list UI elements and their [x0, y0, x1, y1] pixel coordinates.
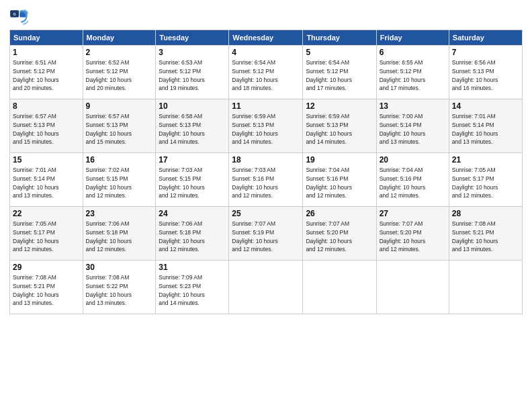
calendar-week-2: 8Sunrise: 6:57 AM Sunset: 5:13 PM Daylig… — [10, 99, 523, 153]
calendar-cell: 16Sunrise: 7:02 AM Sunset: 5:15 PM Dayli… — [83, 153, 156, 207]
day-info: Sunrise: 6:54 AM Sunset: 5:12 PM Dayligh… — [232, 58, 300, 93]
calendar-cell: 14Sunrise: 7:01 AM Sunset: 5:14 PM Dayli… — [449, 99, 522, 153]
calendar-cell: 30Sunrise: 7:08 AM Sunset: 5:22 PM Dayli… — [83, 261, 156, 314]
day-info: Sunrise: 7:01 AM Sunset: 5:14 PM Dayligh… — [13, 166, 80, 200]
calendar-cell: 3Sunrise: 6:53 AM Sunset: 5:12 PM Daylig… — [156, 46, 229, 99]
day-info: Sunrise: 7:08 AM Sunset: 5:21 PM Dayligh… — [13, 273, 80, 308]
day-info: Sunrise: 7:05 AM Sunset: 5:17 PM Dayligh… — [452, 166, 519, 200]
calendar-header-row: SundayMondayTuesdayWednesdayThursdayFrid… — [10, 30, 523, 46]
day-info: Sunrise: 7:07 AM Sunset: 5:20 PM Dayligh… — [306, 220, 373, 254]
calendar-cell: 18Sunrise: 7:03 AM Sunset: 5:16 PM Dayli… — [229, 153, 303, 207]
day-number: 13 — [380, 101, 446, 111]
calendar-cell — [303, 261, 376, 314]
day-number: 6 — [380, 48, 446, 57]
day-number: 27 — [380, 209, 446, 218]
calendar-cell: 7Sunrise: 6:56 AM Sunset: 5:13 PM Daylig… — [449, 46, 522, 99]
day-info: Sunrise: 7:08 AM Sunset: 5:21 PM Dayligh… — [452, 220, 519, 254]
day-info: Sunrise: 7:06 AM Sunset: 5:18 PM Dayligh… — [159, 220, 226, 254]
weekday-header-friday: Friday — [376, 30, 449, 46]
calendar-cell: 28Sunrise: 7:08 AM Sunset: 5:21 PM Dayli… — [449, 207, 522, 261]
day-info: Sunrise: 7:04 AM Sunset: 5:16 PM Dayligh… — [306, 166, 373, 200]
calendar-cell — [449, 261, 522, 314]
day-number: 12 — [306, 101, 373, 111]
day-info: Sunrise: 7:07 AM Sunset: 5:19 PM Dayligh… — [232, 220, 300, 254]
calendar-cell: 8Sunrise: 6:57 AM Sunset: 5:13 PM Daylig… — [10, 99, 83, 153]
day-number: 29 — [13, 263, 80, 272]
calendar-cell: 9Sunrise: 6:57 AM Sunset: 5:13 PM Daylig… — [83, 99, 156, 153]
day-number: 14 — [452, 101, 519, 111]
day-number: 5 — [306, 48, 373, 57]
weekday-header-wednesday: Wednesday — [229, 30, 303, 46]
calendar-week-5: 29Sunrise: 7:08 AM Sunset: 5:21 PM Dayli… — [10, 261, 523, 314]
day-info: Sunrise: 6:58 AM Sunset: 5:13 PM Dayligh… — [159, 112, 226, 146]
day-info: Sunrise: 7:02 AM Sunset: 5:15 PM Dayligh… — [86, 166, 153, 200]
weekday-header-saturday: Saturday — [449, 30, 522, 46]
day-number: 11 — [232, 101, 300, 111]
calendar-cell: 2Sunrise: 6:52 AM Sunset: 5:12 PM Daylig… — [83, 46, 156, 99]
calendar-cell: 6Sunrise: 6:55 AM Sunset: 5:12 PM Daylig… — [376, 46, 449, 99]
weekday-header-thursday: Thursday — [303, 30, 376, 46]
calendar-cell: 4Sunrise: 6:54 AM Sunset: 5:12 PM Daylig… — [229, 46, 303, 99]
calendar-week-1: 1Sunrise: 6:51 AM Sunset: 5:12 PM Daylig… — [10, 46, 523, 99]
day-number: 26 — [306, 209, 373, 218]
calendar-cell: 27Sunrise: 7:07 AM Sunset: 5:20 PM Dayli… — [376, 207, 449, 261]
day-number: 2 — [86, 48, 153, 57]
day-number: 8 — [13, 101, 80, 111]
calendar-cell: 25Sunrise: 7:07 AM Sunset: 5:19 PM Dayli… — [229, 207, 303, 261]
day-number: 23 — [86, 209, 153, 218]
day-info: Sunrise: 7:08 AM Sunset: 5:22 PM Dayligh… — [86, 273, 153, 308]
weekday-header-monday: Monday — [83, 30, 156, 46]
day-number: 10 — [159, 101, 226, 111]
calendar-cell: 20Sunrise: 7:04 AM Sunset: 5:16 PM Dayli… — [376, 153, 449, 207]
calendar-cell: 21Sunrise: 7:05 AM Sunset: 5:17 PM Dayli… — [449, 153, 522, 207]
logo-icon: G — [9, 7, 28, 26]
calendar-week-4: 22Sunrise: 7:05 AM Sunset: 5:17 PM Dayli… — [10, 207, 523, 261]
calendar-cell: 19Sunrise: 7:04 AM Sunset: 5:16 PM Dayli… — [303, 153, 376, 207]
logo: G — [9, 7, 31, 26]
day-number: 1 — [13, 48, 80, 57]
day-number: 17 — [159, 155, 226, 165]
day-number: 28 — [452, 209, 519, 218]
day-info: Sunrise: 7:03 AM Sunset: 5:15 PM Dayligh… — [159, 166, 226, 200]
svg-rect-5 — [19, 12, 25, 17]
day-info: Sunrise: 7:01 AM Sunset: 5:14 PM Dayligh… — [452, 112, 519, 146]
weekday-header-sunday: Sunday — [10, 30, 83, 46]
calendar-cell — [229, 261, 303, 314]
day-info: Sunrise: 7:00 AM Sunset: 5:14 PM Dayligh… — [380, 112, 446, 146]
day-number: 3 — [159, 48, 226, 57]
calendar-week-3: 15Sunrise: 7:01 AM Sunset: 5:14 PM Dayli… — [10, 153, 523, 207]
page-container: G SundayMondayTuesdayWednesdayThursdayFr… — [0, 0, 532, 411]
day-info: Sunrise: 7:04 AM Sunset: 5:16 PM Dayligh… — [380, 166, 446, 200]
day-number: 21 — [452, 155, 519, 165]
day-number: 9 — [86, 101, 153, 111]
page-header: G — [9, 7, 523, 26]
day-number: 19 — [306, 155, 373, 165]
day-info: Sunrise: 6:52 AM Sunset: 5:12 PM Dayligh… — [86, 58, 153, 93]
calendar-cell: 31Sunrise: 7:09 AM Sunset: 5:23 PM Dayli… — [156, 261, 229, 314]
day-number: 15 — [13, 155, 80, 165]
calendar-cell: 12Sunrise: 6:59 AM Sunset: 5:13 PM Dayli… — [303, 99, 376, 153]
calendar-cell — [376, 261, 449, 314]
day-info: Sunrise: 6:53 AM Sunset: 5:12 PM Dayligh… — [159, 58, 226, 93]
day-info: Sunrise: 6:51 AM Sunset: 5:12 PM Dayligh… — [13, 58, 80, 93]
day-number: 20 — [380, 155, 446, 165]
svg-text:G: G — [13, 12, 16, 16]
day-number: 18 — [232, 155, 300, 165]
day-info: Sunrise: 6:59 AM Sunset: 5:13 PM Dayligh… — [232, 112, 300, 146]
day-number: 31 — [159, 263, 226, 272]
day-number: 25 — [232, 209, 300, 218]
day-info: Sunrise: 6:54 AM Sunset: 5:12 PM Dayligh… — [306, 58, 373, 93]
calendar-cell: 22Sunrise: 7:05 AM Sunset: 5:17 PM Dayli… — [10, 207, 83, 261]
day-info: Sunrise: 7:09 AM Sunset: 5:23 PM Dayligh… — [159, 273, 226, 308]
calendar-cell: 13Sunrise: 7:00 AM Sunset: 5:14 PM Dayli… — [376, 99, 449, 153]
calendar-cell: 5Sunrise: 6:54 AM Sunset: 5:12 PM Daylig… — [303, 46, 376, 99]
day-number: 22 — [13, 209, 80, 218]
day-number: 7 — [452, 48, 519, 57]
calendar-cell: 24Sunrise: 7:06 AM Sunset: 5:18 PM Dayli… — [156, 207, 229, 261]
calendar-cell: 15Sunrise: 7:01 AM Sunset: 5:14 PM Dayli… — [10, 153, 83, 207]
day-info: Sunrise: 6:57 AM Sunset: 5:13 PM Dayligh… — [86, 112, 153, 146]
day-number: 4 — [232, 48, 300, 57]
calendar-cell: 26Sunrise: 7:07 AM Sunset: 5:20 PM Dayli… — [303, 207, 376, 261]
calendar-cell: 17Sunrise: 7:03 AM Sunset: 5:15 PM Dayli… — [156, 153, 229, 207]
calendar-table: SundayMondayTuesdayWednesdayThursdayFrid… — [9, 30, 523, 314]
